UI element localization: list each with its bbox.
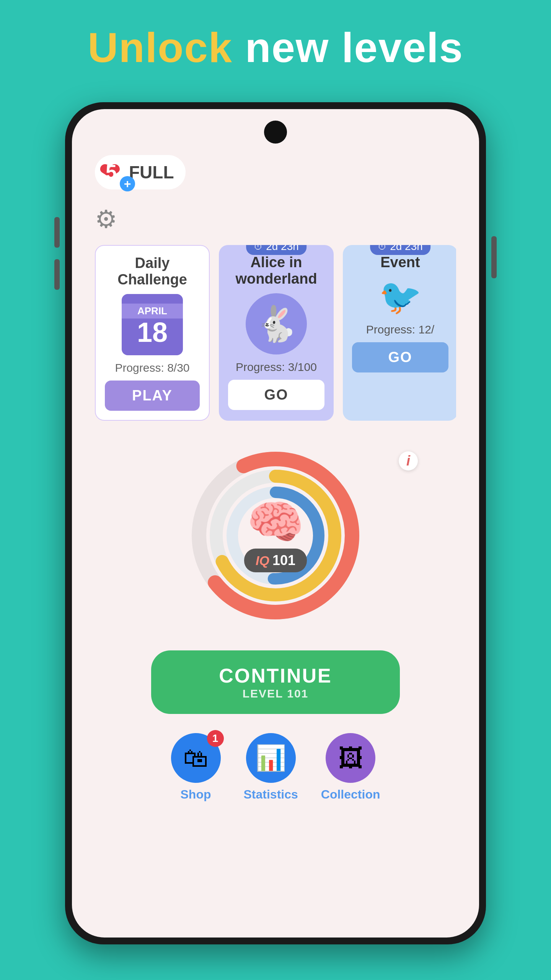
- settings-row: ⚙: [95, 205, 456, 234]
- event-go-button[interactable]: GO: [352, 342, 448, 372]
- event-card: ⏱ 2d 23h Event 🐦 Progress: 12/ GO: [343, 245, 456, 421]
- continue-label: CONTINUE: [219, 664, 332, 687]
- iq-center-content: 🧠 IQ 101: [244, 499, 307, 572]
- iq-badge: IQ 101: [244, 549, 307, 572]
- daily-challenge-card: Daily Challenge APRIL 18 Progress: 8/30 …: [95, 245, 210, 421]
- shop-icon-circle: 🛍 1: [171, 733, 221, 783]
- phone-frame: ❤ 5 + FULL ⚙ Daily Challenge APRIL 18: [65, 102, 486, 944]
- daily-card-title: Daily Challenge: [105, 255, 200, 288]
- bottom-nav: 🛍 1 Shop 📊 Statistics 🖼 Collection: [95, 733, 456, 817]
- volume-up-button: [54, 217, 60, 248]
- continue-level: LEVEL 101: [243, 687, 309, 700]
- header-unlock: Unlock: [88, 24, 233, 71]
- calendar-month: APRIL: [122, 304, 183, 318]
- event-card-title: Event: [380, 254, 420, 271]
- calendar-icon: APRIL 18: [122, 294, 183, 355]
- settings-icon[interactable]: ⚙: [95, 205, 117, 233]
- top-bar: ❤ 5 + FULL: [95, 155, 456, 189]
- stats-label: Statistics: [244, 787, 298, 802]
- alice-card: ⏱ 2d 23h Alice in wonderland 🐇 Progress:…: [219, 245, 334, 421]
- collection-icon-circle: 🖼: [326, 733, 375, 783]
- heart-count: 5: [106, 160, 117, 183]
- volume-down-button: [54, 259, 60, 290]
- alice-progress: Progress: 3/100: [236, 361, 317, 374]
- camera-notch: [264, 121, 287, 144]
- shop-icon: 🛍: [183, 744, 208, 773]
- bird-icon: 🐦: [379, 277, 422, 317]
- iq-section: i 🧠: [95, 440, 456, 631]
- power-button: [491, 236, 497, 278]
- event-timer-value: 2d 23h: [390, 245, 423, 253]
- brain-icon: 🧠: [247, 499, 304, 545]
- info-button[interactable]: i: [399, 451, 418, 470]
- play-button[interactable]: PLAY: [105, 381, 200, 411]
- header-rest: new levels: [233, 24, 463, 71]
- daily-progress: Progress: 8/30: [115, 361, 189, 374]
- nav-statistics[interactable]: 📊 Statistics: [244, 733, 298, 802]
- hearts-container[interactable]: ❤ 5 + FULL: [95, 155, 186, 189]
- nav-shop[interactable]: 🛍 1 Shop: [171, 733, 221, 802]
- shop-badge: 1: [207, 730, 224, 747]
- heart-status: FULL: [129, 162, 174, 183]
- event-progress: Progress: 12/: [366, 323, 434, 336]
- screen-content: ❤ 5 + FULL ⚙ Daily Challenge APRIL 18: [72, 109, 479, 938]
- alice-timer-value: 2d 23h: [266, 245, 299, 253]
- iq-value: 101: [272, 552, 295, 568]
- header-title: Unlock new levels: [88, 23, 463, 72]
- alice-go-button[interactable]: GO: [228, 380, 324, 410]
- cards-row: Daily Challenge APRIL 18 Progress: 8/30 …: [95, 245, 456, 421]
- clock-icon-event: ⏱: [378, 245, 387, 252]
- stats-icon: 📊: [255, 743, 286, 773]
- clock-icon: ⏱: [254, 245, 263, 252]
- alice-avatar: 🐇: [246, 293, 307, 354]
- iq-label: IQ: [256, 553, 269, 568]
- iq-circle: 🧠 IQ 101: [180, 440, 371, 631]
- collection-label: Collection: [321, 787, 380, 802]
- shop-label: Shop: [181, 787, 211, 802]
- calendar-day: 18: [137, 318, 168, 346]
- phone-screen: ❤ 5 + FULL ⚙ Daily Challenge APRIL 18: [72, 109, 479, 938]
- alice-timer-badge: ⏱ 2d 23h: [246, 245, 306, 255]
- alice-card-title: Alice in wonderland: [228, 254, 324, 287]
- continue-button[interactable]: CONTINUE LEVEL 101: [151, 650, 400, 714]
- event-timer-badge: ⏱ 2d 23h: [370, 245, 430, 255]
- nav-collection[interactable]: 🖼 Collection: [321, 733, 380, 802]
- stats-icon-circle: 📊: [246, 733, 296, 783]
- add-heart-button[interactable]: +: [120, 176, 135, 191]
- collection-icon: 🖼: [338, 744, 363, 773]
